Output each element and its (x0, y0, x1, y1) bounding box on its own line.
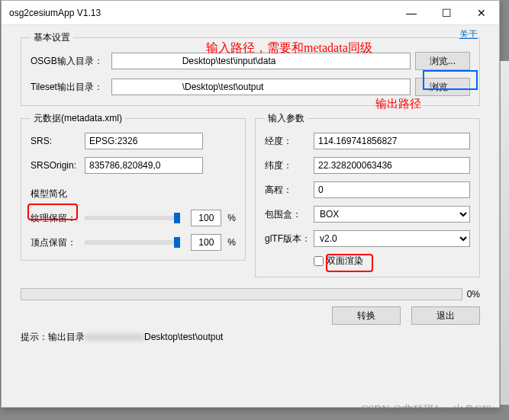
vertex-retain-field[interactable] (191, 234, 221, 251)
left-column: 元数据(metadata.xml) SRS: SRSOrigin: 模型简化 纹… (21, 112, 246, 284)
double-side-input[interactable] (314, 256, 324, 266)
texture-retain-slider[interactable] (85, 216, 180, 220)
bbox-select[interactable]: BOX (314, 206, 470, 223)
columns: 元数据(metadata.xml) SRS: SRSOrigin: 模型简化 纹… (21, 112, 480, 284)
tileset-output-field[interactable] (111, 79, 411, 95)
srs-field[interactable] (85, 133, 203, 149)
altitude-label: 高程： (265, 184, 309, 197)
texture-retain-label: 纹理保留： (31, 212, 80, 225)
tileset-output-row: Tileset输出目录： 浏览... (31, 78, 470, 96)
double-side-label: 双面渲染 (327, 255, 363, 268)
altitude-field[interactable] (314, 181, 470, 198)
maximize-button[interactable]: ☐ (429, 1, 464, 25)
srs-label: SRS: (31, 136, 80, 146)
convert-button[interactable]: 转换 (332, 306, 401, 325)
osgb-input-label: OSGB输入目录： (31, 55, 107, 68)
osgb-input-row: OSGB输入目录： 浏览... (31, 52, 470, 70)
progress-row: 0% (21, 288, 480, 300)
osgb-input-field[interactable] (111, 53, 411, 69)
exit-button[interactable]: 退出 (411, 306, 480, 325)
bbox-label: 包围盒： (265, 208, 309, 221)
percent-sign: % (227, 237, 236, 248)
double-side-checkbox[interactable]: 双面渲染 (314, 255, 363, 268)
cropped-edge (500, 61, 509, 405)
right-column: 输入参数 经度： 纬度： 高程： 包围盒： BO (255, 112, 480, 284)
browse-input-button[interactable]: 浏览... (415, 52, 470, 70)
srs-origin-label: SRSOrigin: (31, 160, 80, 171)
srs-origin-field[interactable] (85, 157, 203, 174)
tip-row: 提示：输出目录xxxxxxxxxxxxxDesktop\test\output (21, 331, 480, 344)
close-button[interactable]: ✕ (464, 1, 499, 25)
model-simplify-title: 模型简化 (31, 188, 67, 200)
vertex-retain-slider[interactable] (85, 240, 180, 245)
latitude-field[interactable] (314, 157, 470, 174)
watermark: CSDN @非科班Java出身GISer (361, 403, 500, 417)
minimize-button[interactable]: — (394, 1, 429, 25)
latitude-label: 纬度： (265, 159, 309, 172)
metadata-legend: 元数据(metadata.xml) (31, 112, 125, 125)
tip-prefix: 提示：输出目录 (21, 332, 85, 342)
tip-path: Desktop\test\output (144, 332, 223, 342)
window-controls: — ☐ ✕ (394, 1, 499, 25)
basic-settings-group: 基本设置 OSGB输入目录： 浏览... Tileset输出目录： 浏览... (21, 31, 480, 106)
vertex-retain-label: 顶点保留： (31, 236, 80, 249)
tileset-output-label: Tileset输出目录： (31, 81, 107, 94)
window-title: osg2cesiumApp V1.13 (9, 8, 101, 18)
params-group: 输入参数 经度： 纬度： 高程： 包围盒： BO (255, 112, 480, 277)
gltf-select[interactable]: v2.0 (314, 230, 470, 247)
content-area: 关于 基本设置 OSGB输入目录： 浏览... Tileset输出目录： 浏览.… (2, 25, 499, 351)
titlebar: osg2cesiumApp V1.13 — ☐ ✕ (2, 1, 499, 25)
action-buttons: 转换 退出 (21, 306, 480, 325)
progress-bar (21, 288, 462, 300)
progress-text: 0% (467, 289, 480, 300)
metadata-group: 元数据(metadata.xml) SRS: SRSOrigin: 模型简化 纹… (21, 112, 246, 261)
app-window: osg2cesiumApp V1.13 — ☐ ✕ 关于 基本设置 OSGB输入… (1, 0, 500, 408)
longitude-field[interactable] (314, 133, 470, 149)
gltf-label: glTF版本： (265, 232, 309, 245)
longitude-label: 经度： (265, 135, 309, 148)
browse-output-button[interactable]: 浏览... (415, 78, 470, 96)
basic-settings-legend: 基本设置 (31, 31, 73, 44)
percent-sign: % (227, 213, 236, 223)
params-legend: 输入参数 (265, 112, 308, 125)
texture-retain-field[interactable] (191, 210, 221, 226)
